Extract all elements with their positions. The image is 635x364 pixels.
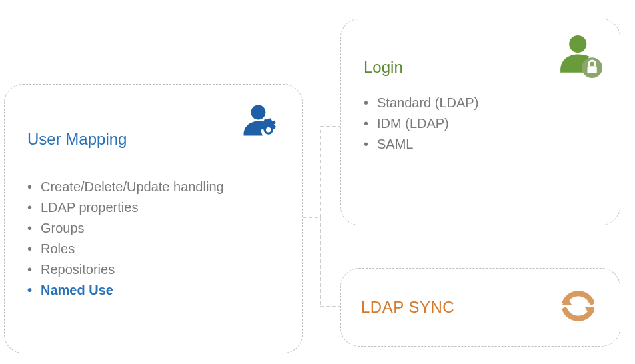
login-panel: Login Standard (LDAP) IDM (LDAP) SAML [340, 19, 620, 225]
list-item: IDM (LDAP) [364, 113, 600, 134]
login-items: Standard (LDAP) IDM (LDAP) SAML [364, 93, 600, 155]
svg-point-5 [251, 105, 266, 120]
ldap-sync-panel: LDAP SYNC [340, 268, 620, 347]
list-item: Repositories [27, 259, 282, 280]
list-item: Groups [27, 218, 282, 239]
sync-icon [557, 285, 600, 330]
ldap-sync-title: LDAP SYNC [361, 298, 454, 317]
user-lock-icon [556, 31, 606, 85]
list-item: Create/Delete/Update handling [27, 177, 282, 197]
user-gear-icon [239, 101, 286, 150]
list-item: Standard (LDAP) [364, 93, 600, 113]
list-item-named-use: Named Use [27, 280, 282, 301]
list-item: LDAP properties [27, 197, 282, 218]
list-item: Roles [27, 239, 282, 259]
svg-point-7 [266, 127, 271, 133]
user-mapping-items: Create/Delete/Update handling LDAP prope… [27, 177, 282, 301]
user-mapping-panel: User Mapping Create/Delete/Update handli… [4, 84, 303, 353]
list-item: SAML [364, 134, 600, 155]
svg-point-8 [569, 35, 586, 53]
svg-rect-10 [588, 66, 597, 73]
